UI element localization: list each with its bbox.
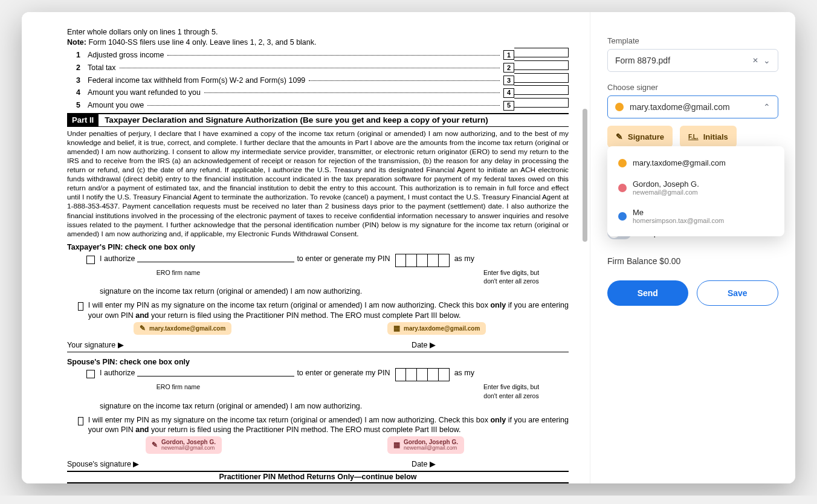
taxpayer-pin-boxes — [395, 254, 450, 267]
spouse-authorize-row: I authorize to enter or generate my PIN … — [67, 368, 569, 381]
signature-field-tag[interactable]: ✎ mary.taxdome@gmail.com — [134, 322, 231, 335]
signature-icon: ✎ — [140, 325, 146, 332]
signature-icon: ✎ — [616, 132, 623, 141]
signer-select[interactable]: mary.taxdome@gmail.com ⌃ — [607, 95, 778, 118]
declaration-paragraph: Under penalties of perjury, I declare th… — [67, 129, 569, 239]
note-line: Note: Form 1040-SS filers use line 4 onl… — [67, 37, 569, 48]
spouse-signature-line: Spouse's signature ▶ Date ▶ — [67, 459, 569, 472]
spouse-pin-boxes — [395, 368, 450, 381]
firm-balance: Firm Balance $0.00 — [607, 256, 778, 266]
send-button[interactable]: Send — [607, 280, 688, 306]
app-window: Enter whole dollars only on lines 1 thro… — [22, 12, 795, 483]
checkbox-icon[interactable] — [78, 417, 83, 425]
scrollbar[interactable] — [583, 12, 589, 483]
signer-option[interactable]: Gordon, Joseph G. newemail@gmail.com — [607, 173, 784, 202]
choose-signer-label: Choose signer — [607, 83, 778, 92]
avatar-dot-icon — [618, 212, 627, 221]
avatar-dot-icon — [618, 184, 627, 192]
avatar-dot-icon — [615, 103, 624, 111]
calendar-icon: ▦ — [393, 325, 400, 332]
checkbox-icon[interactable] — [86, 370, 95, 378]
line-2: 2Total tax 2 — [67, 60, 569, 73]
taxpayer-authorize-row: I authorize to enter or generate my PIN … — [67, 254, 569, 267]
date-field-tag[interactable]: ▦ mary.taxdome@gmail.com — [387, 322, 486, 335]
spouse-pin-heading: Spouse's PIN: check one box only — [67, 357, 569, 367]
calendar-icon: ▦ — [393, 441, 400, 449]
date-field-tag[interactable]: ▦ Gordon, Joseph G. newemail@gmail.com — [387, 436, 464, 454]
taxpayer-pin-heading: Taxpayer's PIN: check one box only — [67, 242, 569, 253]
your-signature-line: Your signature ▶ Date ▶ — [67, 340, 569, 352]
line-1: 1Adjusted gross income 1 — [67, 48, 569, 60]
document-pane: Enter whole dollars only on lines 1 thro… — [22, 12, 590, 483]
instruction-line: Enter whole dollars only on lines 1 thro… — [67, 27, 569, 37]
template-select[interactable]: Form 8879.pdf ✕ ⌄ — [607, 49, 778, 72]
part-3-header: Part III Certification and Authenticatio… — [67, 483, 569, 483]
practitioner-divider: Practitioner PIN Method Returns Only—con… — [67, 472, 569, 483]
taxpayer-self-pin-row: I will enter my PIN as my signature on t… — [67, 300, 569, 321]
signature-field-button[interactable]: ✎ Signature — [607, 126, 673, 147]
signature-icon: ✎ — [152, 441, 158, 449]
clear-icon[interactable]: ✕ — [752, 56, 758, 65]
line-5: 5Amount you owe 5 — [67, 98, 569, 111]
signer-dropdown: mary.taxdome@gmail.com Gordon, Joseph G.… — [607, 146, 784, 236]
initials-field-button[interactable]: F.L. Initials — [680, 126, 737, 147]
signer-option[interactable]: mary.taxdome@gmail.com — [607, 152, 784, 173]
chevron-up-icon: ⌃ — [763, 102, 770, 112]
checkbox-icon[interactable] — [78, 302, 83, 311]
template-label: Template — [607, 36, 778, 45]
signature-field-tag[interactable]: ✎ Gordon, Joseph G. newemail@gmail.com — [146, 436, 222, 454]
signature-sidebar: Template Form 8879.pdf ✕ ⌄ Choose signer… — [590, 12, 795, 483]
initials-icon: F.L. — [688, 134, 699, 140]
spouse-self-pin-row: I will enter my PIN as my signature on t… — [67, 415, 569, 436]
save-button[interactable]: Save — [697, 280, 779, 306]
avatar-dot-icon — [618, 159, 627, 167]
checkbox-icon[interactable] — [86, 256, 95, 264]
line-4: 4Amount you want refunded to you 4 — [67, 85, 569, 98]
signer-option[interactable]: Me homersimpson.tax@gmail.com — [607, 202, 784, 230]
part-2-header: Part II Taxpayer Declaration and Signatu… — [67, 113, 569, 127]
line-3: 3Federal income tax withheld from Form(s… — [67, 73, 569, 86]
chevron-down-icon: ⌄ — [763, 56, 770, 65]
